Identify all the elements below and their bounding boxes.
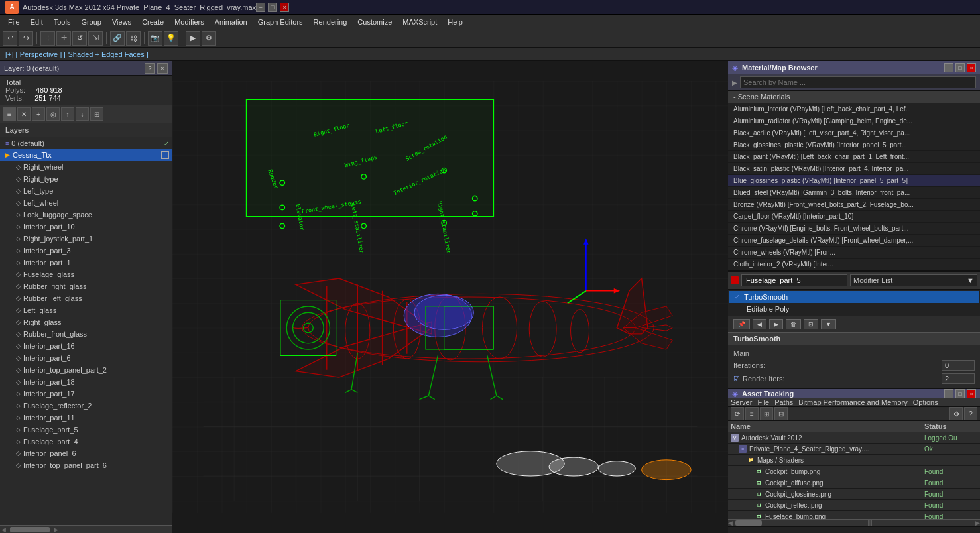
- layer-list-item[interactable]: ◇Right_wheel: [0, 161, 172, 173]
- asset-table-row[interactable]: 🖼Fuselage_bump.pngFound: [728, 511, 980, 519]
- tb-light[interactable]: 💡: [164, 31, 178, 46]
- tb-unlink[interactable]: ⛓: [126, 31, 141, 46]
- close-button[interactable]: ×: [280, 3, 289, 12]
- material-list-item[interactable]: Blued_steel (VRayMtl) [Garrmin_3_bolts, …: [728, 187, 980, 199]
- asset-hscroll-left[interactable]: ◀: [728, 520, 733, 526]
- tb-undo[interactable]: ↩: [3, 31, 17, 46]
- render-iters-checkbox[interactable]: ☑: [733, 375, 740, 383]
- menu-graph-editors[interactable]: Graph Editors: [253, 15, 308, 29]
- object-name-field[interactable]: [741, 274, 847, 286]
- asset-table-row[interactable]: VAutodesk Vault 2012Logged Ou: [728, 432, 980, 444]
- asset-table-row[interactable]: ≡Private_Plane_4_Seater_Rigged_vray....O…: [728, 444, 980, 455]
- modifier-list-dropdown[interactable]: Modifier List ▼: [850, 274, 977, 286]
- asset-maximize-btn[interactable]: □: [955, 389, 965, 398]
- layer-tb-select[interactable]: ◎: [46, 107, 60, 121]
- menu-file[interactable]: File: [3, 15, 25, 29]
- layer-list-item[interactable]: ◇Left_type: [0, 185, 172, 197]
- tb-render-setup[interactable]: ⚙: [202, 31, 216, 46]
- menu-views[interactable]: Views: [107, 15, 137, 29]
- at-menu-options[interactable]: Options: [913, 398, 938, 406]
- tb-move[interactable]: ✛: [56, 31, 71, 46]
- asset-table-row[interactable]: 🖼Cockpit_glossines.pngFound: [728, 489, 980, 500]
- layer-list-item[interactable]: ◇Rubber_right_glass: [0, 280, 172, 292]
- asset-hscroll-thumb[interactable]: [735, 520, 762, 526]
- layer-list-item[interactable]: ◇Interior_panel_6: [0, 447, 172, 459]
- layer-list-item[interactable]: ◇Right_joystick_part_1: [0, 233, 172, 245]
- layer-list-item[interactable]: ◇Left_glass: [0, 304, 172, 316]
- menu-tools[interactable]: Tools: [48, 15, 76, 29]
- mod-make-unique-btn[interactable]: ⊡: [804, 319, 818, 329]
- tb-camera[interactable]: 📷: [148, 31, 162, 46]
- mod-delete-btn[interactable]: 🗑: [786, 319, 801, 329]
- at-tb-detail[interactable]: ⊟: [774, 407, 788, 420]
- tb-select[interactable]: ⊹: [40, 31, 55, 46]
- layer-list-item[interactable]: ◇Lock_luggage_space: [0, 209, 172, 221]
- material-list-item[interactable]: Carpet_floor (VRayMtl) [Interior_part_10…: [728, 211, 980, 223]
- menu-modifiers[interactable]: Modifiers: [169, 15, 210, 29]
- at-menu-bitmap[interactable]: Bitmap Performance and Memory: [798, 398, 907, 406]
- layer-tb-move-down[interactable]: ↓: [76, 107, 89, 121]
- at-tb-tree[interactable]: ⊞: [760, 407, 773, 420]
- asset-table-row[interactable]: 📁Maps / Shaders: [728, 455, 980, 466]
- layer-list-item[interactable]: ≡0 (default)✓: [0, 137, 172, 149]
- material-list-item[interactable]: Blue_glossines_plastic (VRayMtl) [Interi…: [728, 175, 980, 187]
- asset-table-row[interactable]: 🖼Cockpit_diffuse.pngFound: [728, 477, 980, 489]
- at-tb-settings[interactable]: ⚙: [949, 407, 963, 420]
- layer-list-item[interactable]: ▶Cessna_Ttx: [0, 149, 172, 161]
- material-list-item[interactable]: Chrome (VRayMtl) [Engine_bolts, Front_wh…: [728, 223, 980, 235]
- layer-list-item[interactable]: ◇Rubber_left_glass: [0, 292, 172, 304]
- at-menu-file[interactable]: File: [757, 398, 769, 406]
- menu-group[interactable]: Group: [76, 15, 107, 29]
- asset-table-row[interactable]: 🖼Cockpit_bump.pngFound: [728, 466, 980, 477]
- layer-close-button[interactable]: ×: [157, 63, 168, 74]
- material-list-item[interactable]: Black_satin_plastic (VRayMtl) [Interior_…: [728, 163, 980, 175]
- material-list-item[interactable]: Aluminium_radiator (VRayMtl) [Clamping_h…: [728, 115, 980, 127]
- material-list-item[interactable]: Bronze (VRayMtl) [Front_wheel_bolts_part…: [728, 199, 980, 211]
- mod-collapse-btn[interactable]: ▼: [821, 319, 836, 329]
- search-input[interactable]: [740, 76, 976, 88]
- hscroll-right[interactable]: ▶: [52, 526, 60, 533]
- material-browser-close[interactable]: ×: [967, 63, 976, 72]
- asset-close-btn[interactable]: ×: [967, 389, 976, 398]
- at-tb-help[interactable]: ?: [964, 407, 977, 420]
- tb-rotate[interactable]: ↺: [72, 31, 87, 46]
- layer-list-item[interactable]: ◇Interior_part_11: [0, 412, 172, 424]
- menu-animation[interactable]: Animation: [210, 15, 253, 29]
- materials-list[interactable]: Aluminium_interior (VRayMtl) [Left_back_…: [728, 103, 980, 270]
- modifier-turbosmoothitem[interactable]: ✓ TurboSmooth: [729, 291, 979, 303]
- mod-pin-btn[interactable]: 📌: [733, 319, 750, 329]
- at-menu-paths[interactable]: Paths: [774, 398, 793, 406]
- tb-scale[interactable]: ⇲: [88, 31, 103, 46]
- material-list-item[interactable]: Chrome_fuselage_details (VRayMtl) [Front…: [728, 235, 980, 247]
- layer-list-item[interactable]: ◇Interior_part_3: [0, 245, 172, 257]
- layer-list-item[interactable]: ◇Interior_top_panel_part_2: [0, 364, 172, 376]
- hscroll-left[interactable]: ◀: [0, 526, 7, 533]
- layer-list-item[interactable]: ◇Fuselage_reflector_2: [0, 400, 172, 412]
- material-list-item[interactable]: Cloth_interior_2 (VRayMtl) [Inter...: [728, 259, 980, 270]
- layers-list[interactable]: ≡0 (default)✓▶Cessna_Ttx◇Right_wheel◇Rig…: [0, 137, 172, 525]
- menu-rendering[interactable]: Rendering: [308, 15, 353, 29]
- material-list-item[interactable]: Black_paint (VRayMtl) [Left_back_chair_p…: [728, 151, 980, 163]
- menu-help[interactable]: Help: [442, 15, 468, 29]
- layer-list-item[interactable]: ◇Rubber_front_glass: [0, 328, 172, 340]
- mod-next-btn[interactable]: ▶: [769, 319, 783, 329]
- at-tb-list[interactable]: ≡: [745, 407, 759, 420]
- at-tb-refresh[interactable]: ⟳: [731, 407, 744, 420]
- material-list-item[interactable]: Aluminium_interior (VRayMtl) [Left_back_…: [728, 103, 980, 115]
- layer-hscroll[interactable]: ◀ ▶: [0, 525, 172, 533]
- layer-list-item[interactable]: ◇Interior_part_16: [0, 340, 172, 352]
- layer-list-item[interactable]: ◇Interior_top_panel_part_6: [0, 459, 172, 471]
- layer-list-item[interactable]: ◇Interior_part_1: [0, 257, 172, 268]
- material-list-item[interactable]: Chrome_wheels (VRayMtl) [Fron...: [728, 247, 980, 259]
- menu-customize[interactable]: Customize: [352, 15, 397, 29]
- material-list-item[interactable]: Black_glossines_plastic (VRayMtl) [Inter…: [728, 139, 980, 151]
- layer-tb-delete[interactable]: ✕: [17, 107, 31, 121]
- render-iters-field[interactable]: [942, 373, 975, 384]
- hscroll-thumb[interactable]: [10, 527, 50, 532]
- iterations-field[interactable]: [942, 360, 975, 371]
- material-browser-maximize[interactable]: □: [955, 63, 965, 72]
- layer-list-item[interactable]: ◇Interior_part_6: [0, 352, 172, 364]
- asset-minimize-btn[interactable]: −: [944, 389, 953, 398]
- asset-hscroll[interactable]: ◀ ||| ▶: [728, 519, 980, 526]
- layer-list-item[interactable]: ◇Interior_part_18: [0, 376, 172, 388]
